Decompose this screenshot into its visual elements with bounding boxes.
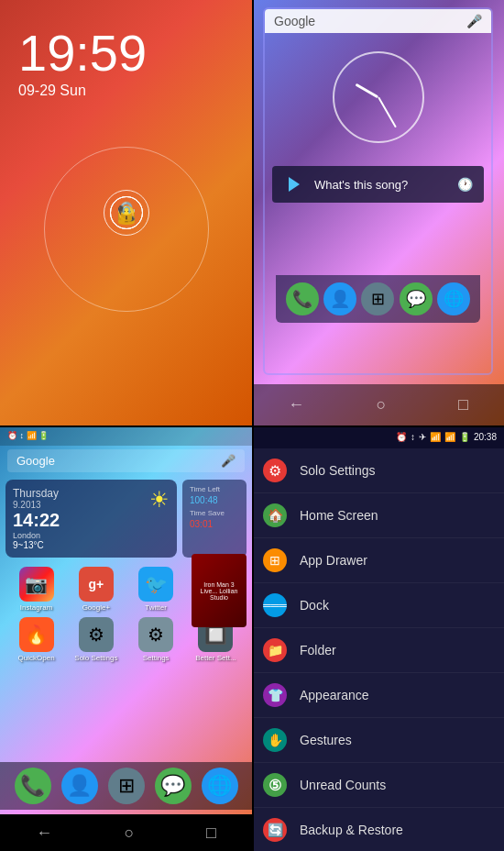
dock-icon-menu: ═══ bbox=[263, 593, 287, 617]
clock-widget bbox=[265, 33, 491, 161]
app-solosettings[interactable]: ⚙ Solo Settings bbox=[69, 617, 123, 662]
home-btn-phone[interactable]: ○ bbox=[377, 395, 387, 414]
divider-v-top bbox=[252, 0, 254, 426]
clock-date: 09-29 Sun bbox=[18, 83, 147, 99]
dock-browser[interactable]: 🌐 bbox=[437, 282, 470, 315]
settings-status-bar: ⏰ ↕ ✈ 📶 📶 🔋 20:38 bbox=[252, 426, 504, 448]
weather-right: ☀ bbox=[149, 487, 170, 513]
settings-item-dock[interactable]: ═══ Dock bbox=[252, 583, 504, 628]
lock-screen: 19:59 09-29 Sun 📷 🔒 😊 bbox=[0, 0, 252, 426]
dock-phone[interactable]: 📞 bbox=[286, 282, 319, 315]
back-btn-phone[interactable]: ← bbox=[288, 395, 304, 414]
google-label-bl: Google bbox=[16, 454, 55, 468]
movie-title: Iron Man 3 Live... Lollian Studio bbox=[195, 581, 243, 601]
app-solosettings-label: Solo Settings bbox=[74, 654, 117, 662]
folder-label: Folder bbox=[300, 643, 336, 658]
status-signal1-icon: 📶 bbox=[430, 432, 441, 442]
dock-browser-bl[interactable]: 🌐 bbox=[202, 768, 238, 804]
song-bar[interactable]: What's this song? 🕐 bbox=[272, 166, 484, 203]
weather-time: 14:22 bbox=[13, 510, 60, 531]
backup-label: Backup & Restore bbox=[300, 823, 403, 837]
quickopen-icon: 🔥 bbox=[25, 624, 48, 646]
status-signal2-icon: 📶 bbox=[444, 432, 455, 442]
google-bar-bl[interactable]: Google 🎤 bbox=[7, 449, 245, 472]
settings-icon: ⚙ bbox=[148, 624, 164, 646]
dock-phone-bl[interactable]: 📞 bbox=[15, 768, 51, 804]
phone-preview: Google 🎤 What's this song? bbox=[252, 0, 504, 426]
hour-hand bbox=[356, 83, 379, 99]
app-settings[interactable]: ⚙ Settings bbox=[129, 617, 183, 662]
home-screen-label: Home Screen bbox=[300, 508, 378, 523]
sun-icon: ☀ bbox=[149, 487, 170, 513]
movie-poster: Iron Man 3 Live... Lollian Studio bbox=[192, 554, 247, 627]
dock-label: Dock bbox=[300, 598, 329, 613]
status-icons-bl: ⏰ ↕ 📶 🔋 bbox=[7, 431, 49, 440]
main-container: 19:59 09-29 Sun 📷 🔒 😊 bbox=[0, 0, 504, 851]
dock-apps-bl[interactable]: ⊞ bbox=[108, 768, 145, 804]
nav-bar-bl: ← ○ □ bbox=[0, 814, 252, 851]
home-btn-bl[interactable]: ○ bbox=[125, 823, 135, 843]
play-triangle-icon bbox=[289, 177, 300, 192]
weather-day: Thursday bbox=[13, 487, 60, 500]
time-display: 19:59 09-29 Sun bbox=[18, 28, 147, 99]
phone-frame: Google 🎤 What's this song? bbox=[263, 7, 493, 375]
settings-item-solo[interactable]: ⚙ Solo Settings bbox=[252, 448, 504, 493]
googleplus-icon: g+ bbox=[89, 577, 104, 591]
solo-settings-label: Solo Settings bbox=[300, 463, 376, 478]
song-text: What's this song? bbox=[314, 178, 408, 192]
appearance-label: Appearance bbox=[300, 688, 369, 702]
home-screen-icon: 🏠 bbox=[263, 503, 287, 527]
app-instagram[interactable]: 📷 Instagram bbox=[9, 567, 63, 612]
android-home: ⏰ ↕ 📶 🔋 Google 🎤 Thursday 9.2013 14:22 L… bbox=[0, 426, 252, 851]
analog-clock bbox=[333, 51, 424, 143]
app-quickopen-label: QuickOpen bbox=[18, 654, 55, 662]
google-search-bar-top[interactable]: Google 🎤 bbox=[265, 9, 491, 33]
settings-item-appearance[interactable]: 👕 Appearance bbox=[252, 673, 504, 718]
nav-bar-phone: ← ○ □ bbox=[252, 384, 504, 426]
lock-bottom-icon[interactable]: 🔒 bbox=[110, 196, 143, 229]
app-quickopen[interactable]: 🔥 QuickOpen bbox=[9, 617, 63, 662]
recent-btn-phone[interactable]: □ bbox=[458, 395, 468, 414]
time-left-value: 100:48 bbox=[190, 495, 239, 505]
bottom-dock: 📞 👤 ⊞ 💬 🌐 bbox=[0, 762, 252, 810]
dock-apps[interactable]: ⊞ bbox=[361, 282, 394, 315]
phone-dock: 📞 👤 ⊞ 💬 🌐 bbox=[276, 275, 480, 323]
status-battery-icon: 🔋 bbox=[459, 432, 470, 442]
clock-icon-song: 🕐 bbox=[457, 177, 473, 192]
gestures-icon: ✋ bbox=[263, 728, 287, 752]
solosettings-icon: ⚙ bbox=[88, 624, 104, 646]
app-drawer-label: App Drawer bbox=[300, 553, 367, 568]
weather-city: London bbox=[13, 531, 60, 540]
app-settings-label: Settings bbox=[143, 654, 170, 662]
folder-icon: 📁 bbox=[263, 638, 287, 662]
settings-item-folder[interactable]: 📁 Folder bbox=[252, 628, 504, 673]
app-instagram-label: Instagram bbox=[20, 603, 53, 612]
settings-panel: ⏰ ↕ ✈ 📶 📶 🔋 20:38 ⚙ Solo Settings bbox=[252, 426, 504, 851]
play-button[interactable] bbox=[283, 173, 305, 195]
dock-contact-bl[interactable]: 👤 bbox=[61, 768, 98, 804]
dock-contact[interactable]: 👤 bbox=[323, 282, 356, 315]
settings-item-home[interactable]: 🏠 Home Screen bbox=[252, 493, 504, 538]
solo-settings-icon: ⚙ bbox=[263, 459, 287, 482]
clock-time: 19:59 bbox=[18, 28, 147, 79]
app-googleplus[interactable]: g+ Google+ bbox=[69, 567, 123, 612]
weather-widget: Thursday 9.2013 14:22 London 9~13°C ☀ bbox=[5, 480, 177, 558]
back-btn-bl[interactable]: ← bbox=[36, 823, 52, 843]
settings-item-drawer[interactable]: ⊞ App Drawer bbox=[252, 538, 504, 583]
settings-item-gestures[interactable]: ✋ Gestures bbox=[252, 718, 504, 763]
settings-menu: ⚙ Solo Settings 🏠 Home Screen ⊞ bbox=[252, 448, 504, 851]
settings-item-backup[interactable]: 🔄 Backup & Restore bbox=[252, 808, 504, 851]
google-label-top: Google bbox=[274, 14, 315, 28]
dock-message-bl[interactable]: 💬 bbox=[155, 768, 192, 804]
weather-date: 9.2013 bbox=[13, 500, 60, 510]
settings-item-unread[interactable]: ⑤ Unread Counts bbox=[252, 763, 504, 808]
divider-v-bottom bbox=[252, 426, 254, 851]
dock-message[interactable]: 💬 bbox=[400, 282, 433, 315]
unread-label: Unread Counts bbox=[300, 778, 386, 792]
app-bettersett-label: Better Sett... bbox=[195, 654, 236, 662]
gestures-label: Gestures bbox=[300, 733, 352, 747]
app-twitter[interactable]: 🐦 Twitter bbox=[129, 567, 183, 612]
time-save-value: 03:01 bbox=[190, 519, 239, 529]
recent-btn-bl[interactable]: □ bbox=[206, 823, 216, 843]
status-time: 20:38 bbox=[474, 432, 497, 442]
